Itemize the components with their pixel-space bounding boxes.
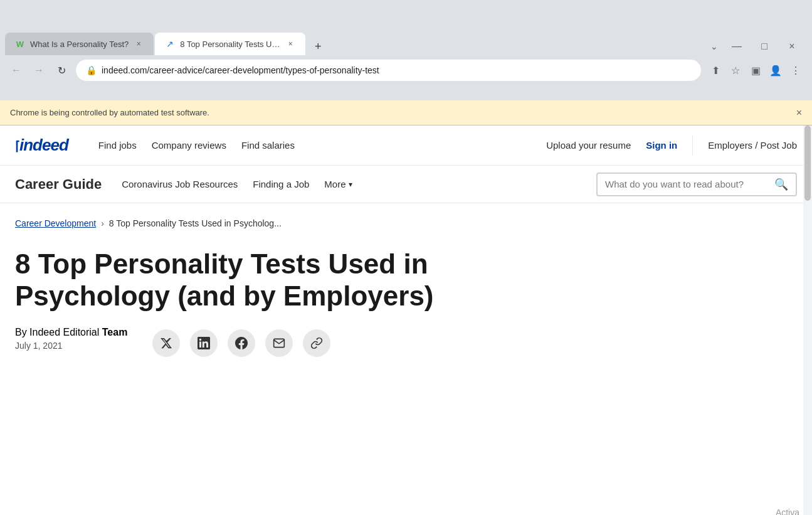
tab-2-close[interactable]: ×: [285, 39, 295, 49]
author-by-label: By Indeed Editorial Team: [15, 327, 127, 338]
search-icon[interactable]: 🔍: [774, 178, 788, 191]
profile-button[interactable]: 👤: [767, 61, 784, 79]
article-meta: By Indeed Editorial Team July 1, 2021: [15, 327, 797, 357]
breadcrumb-parent-link[interactable]: Career Development: [15, 218, 96, 228]
article-content: 8 Top Personality Tests Used in Psycholo…: [0, 238, 812, 372]
menu-button[interactable]: ⋮: [787, 61, 804, 79]
nav-company-reviews[interactable]: Company reviews: [152, 140, 226, 151]
upload-resume-link[interactable]: Upload your resume: [546, 140, 631, 151]
tab-1-close[interactable]: ×: [134, 39, 144, 49]
automation-banner: Chrome is being controlled by automated …: [0, 100, 812, 125]
nav-find-jobs[interactable]: Find jobs: [98, 140, 137, 151]
nav-coronavirus[interactable]: Coronavirus Job Resources: [122, 176, 238, 192]
author-by: By Indeed Editorial: [15, 327, 99, 337]
split-button[interactable]: ▣: [747, 61, 764, 79]
nav-more-label: More: [324, 179, 345, 189]
address-text: indeed.com/career-advice/career-developm…: [102, 65, 691, 75]
career-guide-title: Career Guide: [15, 176, 102, 193]
social-share-buttons: [152, 329, 330, 357]
maximize-btn[interactable]: □: [752, 38, 777, 55]
chevron-down-icon: ▾: [349, 180, 352, 189]
nav-find-salaries[interactable]: Find salaries: [241, 140, 295, 151]
tab-1-title: What Is a Personality Test?: [30, 40, 129, 49]
close-window-btn[interactable]: ×: [779, 38, 804, 55]
header-nav: Find jobs Company reviews Find salaries: [98, 140, 526, 151]
article-title-line2: Psychology (and by Employers): [15, 280, 434, 311]
breadcrumb: Career Development › 8 Top Personality T…: [0, 203, 812, 238]
header-divider: [692, 135, 693, 156]
share-copy-link-button[interactable]: [303, 329, 330, 357]
article-title: 8 Top Personality Tests Used in Psycholo…: [15, 248, 529, 312]
career-search-input[interactable]: [605, 179, 769, 189]
author-name: Team: [102, 327, 128, 337]
scrollbar-thumb[interactable]: [804, 125, 811, 201]
minimize-btn[interactable]: —: [724, 38, 749, 55]
share-button[interactable]: ⬆: [707, 61, 724, 79]
share-facebook-button[interactable]: [228, 329, 255, 357]
indeed-logo[interactable]: ⌈indeed: [15, 135, 68, 155]
employers-link[interactable]: Employers / Post Job: [708, 140, 797, 151]
tab-list-btn[interactable]: ⌄: [707, 39, 722, 54]
article-title-line1: 8 Top Personality Tests Used in: [15, 248, 428, 279]
nav-more-dropdown[interactable]: More ▾: [324, 179, 352, 189]
automation-message: Chrome is being controlled by automated …: [10, 108, 209, 117]
tab-2[interactable]: ↗ 8 Top Personality Tests Used in P... ×: [155, 33, 305, 55]
author-info: By Indeed Editorial Team July 1, 2021: [15, 327, 127, 351]
automation-banner-close[interactable]: ×: [796, 107, 802, 119]
share-linkedin-button[interactable]: [190, 329, 218, 357]
sign-in-button[interactable]: Sign in: [646, 140, 677, 151]
address-bar[interactable]: 🔒 indeed.com/career-advice/career-develo…: [75, 59, 702, 82]
nav-finding-job[interactable]: Finding a Job: [253, 176, 309, 192]
reload-button[interactable]: ↻: [53, 61, 70, 79]
share-email-button[interactable]: [265, 329, 293, 357]
article-date: July 1, 2021: [15, 341, 127, 351]
activation-line1: Activa: [765, 507, 799, 515]
back-button[interactable]: ←: [8, 61, 25, 79]
tab-1[interactable]: W What Is a Personality Test? ×: [5, 33, 154, 55]
bookmark-button[interactable]: ☆: [727, 61, 744, 79]
new-tab-button[interactable]: +: [309, 38, 327, 55]
tab-2-title: 8 Top Personality Tests Used in P...: [180, 40, 280, 49]
breadcrumb-separator: ›: [101, 218, 104, 228]
activation-watermark: Activa Go to Se: [765, 507, 799, 515]
career-guide-nav: Career Guide Coronavirus Job Resources F…: [0, 166, 812, 203]
career-search-box[interactable]: 🔍: [596, 173, 797, 196]
scrollbar[interactable]: [803, 125, 812, 515]
tab-2-favicon: ↗: [165, 39, 175, 49]
tab-1-favicon: W: [15, 39, 25, 49]
share-twitter-button[interactable]: [152, 329, 180, 357]
site-header: ⌈indeed Find jobs Company reviews Find s…: [0, 125, 812, 166]
header-right: Upload your resume Sign in Employers / P…: [546, 135, 797, 156]
breadcrumb-current: 8 Top Personality Tests Used in Psycholo…: [109, 218, 282, 228]
forward-button[interactable]: →: [30, 61, 48, 79]
